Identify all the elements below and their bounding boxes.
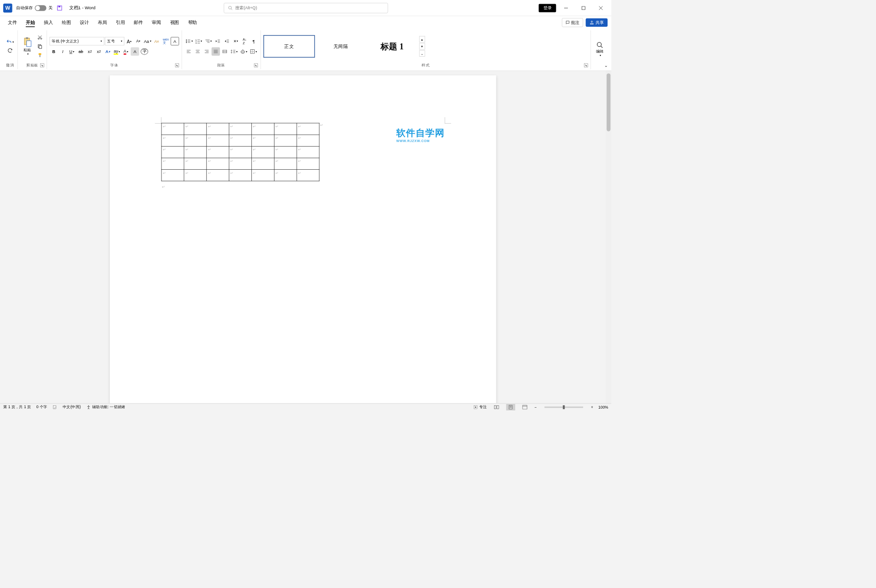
- find-button[interactable]: 编辑 ▾: [593, 40, 606, 58]
- spell-check-icon[interactable]: [53, 404, 58, 410]
- enclose-char-button[interactable]: 字: [140, 48, 149, 56]
- table-cell[interactable]: ↵: [251, 158, 274, 169]
- table-cell[interactable]: ↵: [161, 135, 184, 146]
- clipboard-launcher[interactable]: ⬊: [40, 64, 44, 67]
- borders-button[interactable]: ▾: [249, 48, 258, 56]
- styles-expand[interactable]: ⌄: [419, 50, 425, 57]
- search-input[interactable]: [235, 6, 384, 10]
- subscript-button[interactable]: x2: [86, 48, 94, 56]
- table-cell[interactable]: ↵: [184, 169, 207, 181]
- char-shading-button[interactable]: A: [131, 48, 139, 56]
- font-launcher[interactable]: ⬊: [175, 64, 179, 67]
- tab-review[interactable]: 审阅: [148, 18, 165, 27]
- font-color-button[interactable]: A▾: [122, 48, 130, 56]
- table-cell[interactable]: ↵: [251, 135, 274, 146]
- font-family-select[interactable]: 等线 (中文正文)▾: [49, 37, 104, 45]
- increase-indent-button[interactable]: [222, 37, 231, 45]
- text-effects-button[interactable]: A▾: [104, 48, 112, 56]
- read-mode-button[interactable]: [492, 404, 501, 410]
- style-heading1[interactable]: 标题 1: [366, 35, 418, 58]
- styles-launcher[interactable]: ⬊: [584, 64, 588, 67]
- align-left-button[interactable]: [185, 48, 193, 56]
- redo-button[interactable]: [6, 47, 14, 55]
- web-layout-button[interactable]: [520, 404, 530, 410]
- table-cell[interactable]: ↵: [229, 135, 251, 146]
- undo-button[interactable]: ▾: [5, 38, 15, 46]
- paste-button[interactable]: 粘贴 ▾: [20, 36, 35, 57]
- table-cell[interactable]: ↵: [274, 146, 297, 158]
- font-size-select[interactable]: 五号▾: [105, 37, 125, 45]
- distribute-button[interactable]: [220, 48, 229, 56]
- table-cell[interactable]: ↵: [297, 169, 319, 181]
- line-spacing-button[interactable]: ▾: [230, 48, 239, 56]
- shading-button[interactable]: ▾: [239, 48, 249, 56]
- italic-button[interactable]: I: [59, 48, 67, 56]
- maximize-button[interactable]: [576, 1, 591, 14]
- justify-button[interactable]: [212, 48, 220, 56]
- table-cell[interactable]: ↵: [161, 158, 184, 169]
- print-layout-button[interactable]: [506, 404, 515, 410]
- document-workspace[interactable]: ↵↵↵↵↵↵↵↵↵↵↵↵↵↵↵↵↵↵↵↵↵↵↵↵↵↵↵↵↵↵↵↵↵↵↵ ↵ ↵ …: [0, 71, 606, 404]
- copy-button[interactable]: [36, 42, 44, 50]
- autosave-toggle[interactable]: 自动保存 关: [16, 5, 53, 11]
- table-cell[interactable]: ↵: [184, 135, 207, 146]
- table-cell[interactable]: ↵: [206, 158, 229, 169]
- table-cell[interactable]: ↵: [274, 169, 297, 181]
- table-cell[interactable]: ↵: [161, 169, 184, 181]
- zoom-level[interactable]: 100%: [598, 405, 608, 410]
- table-cell[interactable]: ↵: [229, 169, 251, 181]
- multilevel-list-button[interactable]: ▾: [204, 37, 213, 45]
- accessibility-status[interactable]: 辅助功能: 一切就绪: [86, 404, 125, 410]
- tab-view[interactable]: 视图: [166, 18, 183, 27]
- table-cell[interactable]: ↵: [184, 146, 207, 158]
- tab-help[interactable]: 帮助: [184, 18, 201, 27]
- phonetic-guide-button[interactable]: wén文: [161, 37, 170, 45]
- style-normal[interactable]: 正文: [263, 35, 315, 58]
- tab-mailings[interactable]: 邮件: [130, 18, 147, 27]
- scrollbar-thumb[interactable]: [607, 73, 610, 131]
- table-cell[interactable]: ↵: [297, 158, 319, 169]
- search-box[interactable]: [224, 3, 388, 13]
- numbering-button[interactable]: 123▾: [194, 37, 203, 45]
- strikethrough-button[interactable]: ab: [77, 48, 85, 56]
- superscript-button[interactable]: x2: [95, 48, 103, 56]
- table-cell[interactable]: ↵: [297, 135, 319, 146]
- tab-design[interactable]: 设计: [76, 18, 93, 27]
- grow-font-button[interactable]: A▴: [125, 37, 133, 45]
- highlight-button[interactable]: ay▾: [113, 48, 121, 56]
- zoom-handle[interactable]: [563, 405, 565, 409]
- language-status[interactable]: 中文(中国): [63, 404, 81, 410]
- char-border-button[interactable]: A: [171, 37, 179, 45]
- tab-layout[interactable]: 布局: [94, 18, 111, 27]
- table-cell[interactable]: ↵: [229, 158, 251, 169]
- align-right-button[interactable]: [203, 48, 211, 56]
- table-cell[interactable]: ↵: [251, 146, 274, 158]
- table-cell[interactable]: ↵: [251, 123, 274, 135]
- table-cell[interactable]: ↵: [274, 135, 297, 146]
- styles-scroll-up[interactable]: ▴: [419, 36, 425, 42]
- bullets-button[interactable]: ▾: [185, 37, 194, 45]
- align-center-button[interactable]: [193, 48, 202, 56]
- table-cell[interactable]: ↵: [229, 123, 251, 135]
- clear-format-button[interactable]: Aⅹ: [153, 37, 161, 45]
- table-cell[interactable]: ↵: [297, 146, 319, 158]
- table-cell[interactable]: ↵: [206, 123, 229, 135]
- table-cell[interactable]: ↵: [161, 146, 184, 158]
- table-cell[interactable]: ↵: [161, 123, 184, 135]
- zoom-out-button[interactable]: −: [535, 405, 537, 410]
- tab-references[interactable]: 引用: [112, 18, 129, 27]
- tab-insert[interactable]: 插入: [40, 18, 57, 27]
- style-no-spacing[interactable]: 无间隔: [315, 35, 367, 58]
- document-page[interactable]: ↵↵↵↵↵↵↵↵↵↵↵↵↵↵↵↵↵↵↵↵↵↵↵↵↵↵↵↵↵↵↵↵↵↵↵ ↵ ↵ …: [110, 75, 496, 403]
- collapse-ribbon-button[interactable]: ⌄: [603, 62, 609, 69]
- table-cell[interactable]: ↵: [206, 169, 229, 181]
- table-cell[interactable]: ↵: [206, 146, 229, 158]
- asian-layout-button[interactable]: ✕▾: [232, 37, 240, 45]
- save-button[interactable]: [56, 5, 63, 11]
- format-painter-button[interactable]: [36, 51, 44, 59]
- table-cell[interactable]: ↵: [274, 158, 297, 169]
- paragraph-launcher[interactable]: ⬊: [254, 64, 258, 67]
- table-cell[interactable]: ↵: [206, 135, 229, 146]
- shrink-font-button[interactable]: A▾: [134, 37, 142, 45]
- table-cell[interactable]: ↵: [229, 146, 251, 158]
